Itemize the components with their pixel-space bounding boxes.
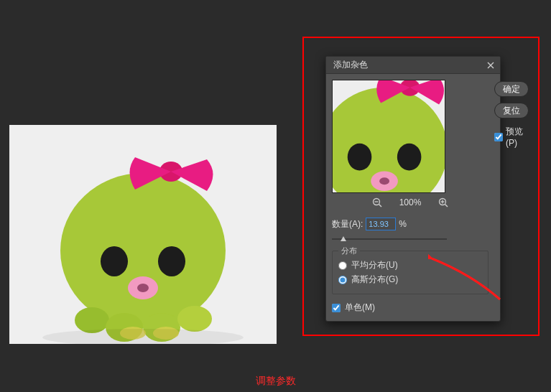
svg-point-9 [158, 246, 185, 276]
svg-point-19 [379, 177, 389, 185]
zoom-in-icon[interactable] [438, 197, 448, 207]
preview-image [332, 80, 445, 193]
zoom-level: 100% [399, 197, 422, 207]
svg-point-5 [177, 306, 212, 332]
gaussian-label: 高斯分布(G) [351, 274, 398, 286]
dialog-title-text: 添加杂色 [333, 59, 368, 71]
close-icon[interactable] [486, 60, 496, 70]
monochrome-checkbox[interactable] [332, 304, 341, 312]
reset-button[interactable]: 复位 [494, 103, 529, 118]
amount-input[interactable] [366, 218, 396, 230]
svg-point-1 [60, 173, 226, 328]
amount-label: 数量(A): [332, 218, 363, 230]
preview-check-row[interactable]: 预览(P) [494, 126, 529, 148]
zoom-out-icon[interactable] [372, 197, 382, 207]
svg-point-16 [348, 144, 372, 171]
preview-checkbox[interactable] [494, 133, 503, 141]
uniform-radio-row[interactable]: 平均分布(U) [338, 259, 482, 271]
amount-suffix: % [399, 219, 407, 229]
svg-point-8 [101, 246, 128, 276]
document-canvas [9, 125, 277, 344]
uniform-radio[interactable] [338, 261, 347, 270]
monochrome-row[interactable]: 单色(M) [332, 302, 489, 314]
svg-line-22 [379, 205, 381, 207]
canvas-image [9, 125, 277, 344]
caption-text: 调整参数 [0, 375, 551, 388]
slider-thumb[interactable] [341, 236, 346, 241]
dialog-titlebar: 添加杂色 [326, 57, 500, 74]
amount-slider[interactable] [332, 235, 447, 243]
svg-point-2 [75, 307, 109, 333]
gaussian-radio-row[interactable]: 高斯分布(G) [338, 274, 482, 286]
distribution-group: 分布 平均分布(U) 高斯分布(G) [332, 251, 489, 294]
monochrome-label: 单色(M) [345, 302, 375, 314]
svg-point-11 [137, 284, 149, 292]
add-noise-dialog: 添加杂色 [325, 56, 501, 322]
uniform-label: 平均分布(U) [351, 259, 398, 271]
gaussian-radio[interactable] [338, 276, 347, 284]
distribution-legend: 分布 [338, 246, 360, 256]
preview-label: 预览(P) [506, 126, 529, 148]
svg-point-17 [397, 144, 422, 171]
svg-line-25 [445, 205, 448, 207]
ok-button[interactable]: 确定 [494, 81, 529, 97]
